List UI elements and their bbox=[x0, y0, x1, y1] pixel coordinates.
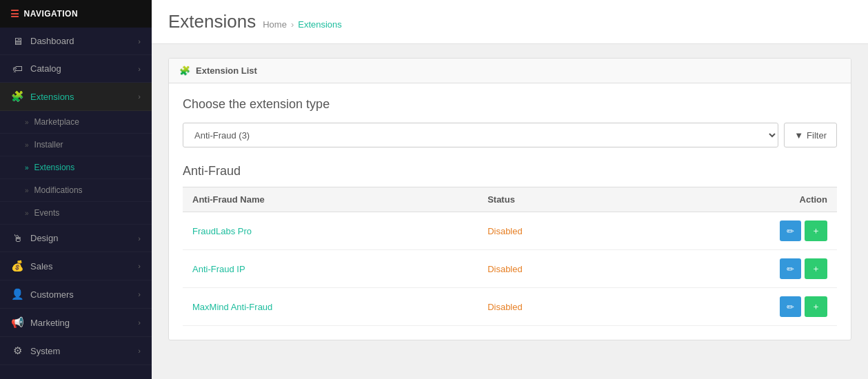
cell-name: MaxMind Anti-Fraud bbox=[183, 288, 478, 326]
chevron-icon: › bbox=[138, 318, 141, 327]
table-row: MaxMind Anti-Fraud Disabled ✏ ＋ bbox=[183, 288, 837, 326]
sidebar-item-marketing[interactable]: 📢 Marketing › bbox=[0, 309, 152, 337]
cell-name: Anti-Fraud IP bbox=[183, 250, 478, 288]
sidebar-label-dashboard: Dashboard bbox=[30, 36, 74, 46]
sidebar-item-sales[interactable]: 💰 Sales › bbox=[0, 252, 152, 280]
action-buttons: ✏ ＋ bbox=[648, 258, 827, 279]
design-icon: 🖱 bbox=[11, 232, 23, 244]
breadcrumb-current: Extensions bbox=[298, 19, 342, 30]
sidebar-label-sales: Sales bbox=[30, 261, 53, 272]
menu-icon: ☰ bbox=[10, 8, 20, 19]
col-header-name: Anti-Fraud Name bbox=[183, 187, 478, 212]
row-name-link[interactable]: Anti-Fraud IP bbox=[192, 264, 245, 274]
breadcrumb-separator: › bbox=[291, 19, 294, 30]
sidebar-item-marketplace[interactable]: » Marketplace bbox=[0, 111, 152, 134]
sidebar-label-design: Design bbox=[30, 233, 58, 243]
page-title: Extensions bbox=[168, 11, 256, 32]
col-header-status: Status bbox=[478, 187, 638, 212]
table-row: Anti-Fraud IP Disabled ✏ ＋ bbox=[183, 250, 837, 288]
add-button[interactable]: ＋ bbox=[805, 296, 827, 317]
sub-label-events: Events bbox=[34, 208, 60, 218]
sidebar-item-extensions[interactable]: 🧩 Extensions › bbox=[0, 83, 152, 111]
sub-label-marketplace: Marketplace bbox=[34, 117, 79, 127]
cell-action: ✏ ＋ bbox=[638, 212, 837, 250]
cell-status: Disabled bbox=[478, 288, 638, 326]
sidebar-item-customers[interactable]: 👤 Customers › bbox=[0, 280, 152, 309]
filter-row: Anti-Fraud (3) ▼ Filter bbox=[183, 123, 837, 147]
chevron-icon: › bbox=[138, 262, 141, 270]
sidebar-item-extensions-sub[interactable]: » Extensions bbox=[0, 156, 152, 179]
row-name-link[interactable]: MaxMind Anti-Fraud bbox=[192, 302, 272, 312]
chevron-icon: › bbox=[138, 290, 141, 298]
sidebar-label-catalog: Catalog bbox=[30, 63, 61, 74]
chevron-icon: › bbox=[138, 347, 141, 355]
chevron-icon: › bbox=[138, 92, 141, 101]
action-buttons: ✏ ＋ bbox=[648, 296, 827, 317]
content-area: 🧩 Extension List Choose the extension ty… bbox=[152, 44, 868, 354]
add-button[interactable]: ＋ bbox=[805, 221, 827, 241]
sub-label-modifications: Modifications bbox=[34, 185, 83, 195]
sub-label-extensions: Extensions bbox=[34, 163, 75, 172]
sidebar-item-catalog[interactable]: 🏷 Catalog › bbox=[0, 55, 152, 83]
table-row: FraudLabs Pro Disabled ✏ ＋ bbox=[183, 212, 837, 250]
cell-action: ✏ ＋ bbox=[638, 250, 837, 288]
filter-icon: ▼ bbox=[794, 130, 803, 141]
antifraud-section-title: Anti-Fraud bbox=[183, 164, 837, 178]
sub-chevron-icon: » bbox=[25, 119, 29, 126]
nav-header: ☰ NAVIGATION bbox=[0, 0, 152, 28]
edit-button[interactable]: ✏ bbox=[780, 296, 801, 317]
extension-panel: 🧩 Extension List Choose the extension ty… bbox=[168, 58, 851, 340]
breadcrumb-home[interactable]: Home bbox=[263, 19, 287, 30]
sub-chevron-icon: » bbox=[25, 209, 29, 217]
system-icon: ⚙ bbox=[11, 345, 23, 357]
sub-label-installer: Installer bbox=[34, 140, 63, 150]
dashboard-icon: 🖥 bbox=[11, 35, 23, 47]
edit-button[interactable]: ✏ bbox=[780, 258, 801, 279]
extension-type-select[interactable]: Anti-Fraud (3) bbox=[183, 123, 778, 147]
chevron-icon: › bbox=[138, 234, 141, 243]
edit-button[interactable]: ✏ bbox=[780, 221, 801, 241]
nav-header-label: NAVIGATION bbox=[24, 9, 79, 19]
sub-chevron-icon: » bbox=[25, 164, 29, 172]
filter-button[interactable]: ▼ Filter bbox=[784, 123, 837, 147]
cell-status: Disabled bbox=[478, 212, 638, 250]
chevron-icon: › bbox=[138, 65, 141, 73]
panel-body: Choose the extension type Anti-Fraud (3)… bbox=[169, 83, 851, 340]
sidebar-item-installer[interactable]: » Installer bbox=[0, 134, 152, 156]
extensions-icon: 🧩 bbox=[11, 90, 23, 103]
col-header-action: Action bbox=[638, 187, 837, 212]
sidebar-item-design[interactable]: 🖱 Design › bbox=[0, 225, 152, 252]
sidebar-label-extensions: Extensions bbox=[30, 92, 74, 102]
catalog-icon: 🏷 bbox=[11, 63, 23, 74]
sidebar-label-marketing: Marketing bbox=[30, 318, 70, 328]
sub-chevron-icon: » bbox=[25, 187, 29, 194]
sidebar-item-modifications[interactable]: » Modifications bbox=[0, 179, 152, 202]
row-name-link[interactable]: FraudLabs Pro bbox=[192, 226, 252, 236]
breadcrumb: Home › Extensions bbox=[263, 19, 342, 30]
add-button[interactable]: ＋ bbox=[805, 258, 827, 279]
cell-name: FraudLabs Pro bbox=[183, 212, 478, 250]
panel-heading: 🧩 Extension List bbox=[169, 59, 851, 83]
sales-icon: 💰 bbox=[11, 260, 23, 272]
customers-icon: 👤 bbox=[11, 288, 23, 300]
sidebar-item-events[interactable]: » Events bbox=[0, 202, 152, 225]
sidebar-item-system[interactable]: ⚙ System › bbox=[0, 337, 152, 365]
antifraud-table: Anti-Fraud Name Status Action FraudLabs … bbox=[183, 187, 837, 326]
cell-status: Disabled bbox=[478, 250, 638, 288]
marketing-icon: 📢 bbox=[11, 316, 23, 329]
cell-action: ✏ ＋ bbox=[638, 288, 837, 326]
sub-chevron-icon: » bbox=[25, 141, 29, 149]
puzzle-icon: 🧩 bbox=[179, 65, 190, 76]
sidebar-label-system: System bbox=[30, 346, 60, 356]
sidebar: ☰ NAVIGATION 🖥 Dashboard › 🏷 Catalog › 🧩… bbox=[0, 0, 152, 379]
filter-btn-label: Filter bbox=[807, 130, 827, 141]
section-title: Choose the extension type bbox=[183, 97, 837, 112]
sidebar-label-customers: Customers bbox=[30, 289, 74, 300]
main-content: Extensions Home › Extensions 🧩 Extension… bbox=[152, 0, 868, 379]
sidebar-item-dashboard[interactable]: 🖥 Dashboard › bbox=[0, 28, 152, 55]
panel-heading-label: Extension List bbox=[196, 65, 257, 76]
action-buttons: ✏ ＋ bbox=[648, 221, 827, 241]
chevron-icon: › bbox=[138, 37, 141, 45]
page-header: Extensions Home › Extensions bbox=[152, 0, 868, 44]
